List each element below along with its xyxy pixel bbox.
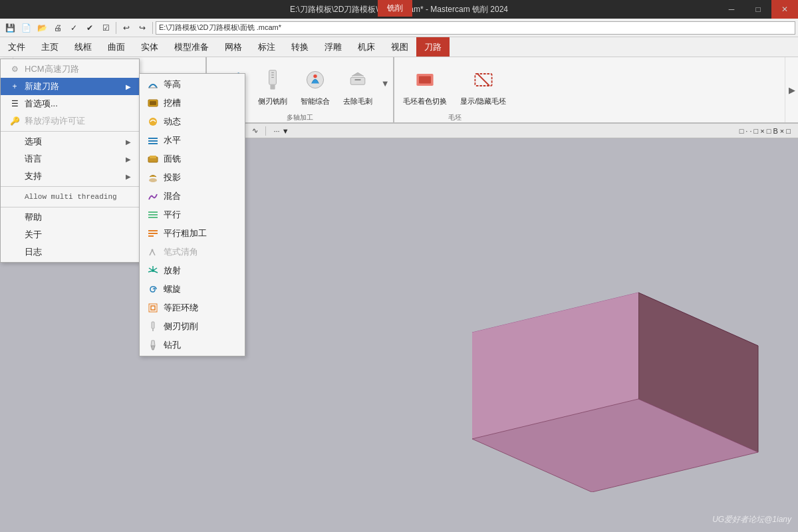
log-icon bbox=[9, 246, 21, 258]
support-arrow: ▶ bbox=[126, 173, 131, 180]
svg-rect-58 bbox=[152, 329, 154, 331]
window-controls: ─ □ ✕ bbox=[718, 0, 798, 19]
active-tab[interactable]: 铣削 bbox=[378, 0, 412, 17]
menu-transform[interactable]: 转换 bbox=[283, 37, 317, 57]
svg-rect-16 bbox=[271, 85, 275, 90]
3d-model-svg bbox=[439, 213, 771, 492]
pm-release-license: 🔑 释放浮动许可证 bbox=[1, 112, 139, 130]
sm-dynamic[interactable]: 动态 bbox=[140, 112, 245, 131]
ribbon-btn-deburr[interactable]: 去除毛刺 bbox=[337, 60, 378, 112]
ribbon-spacer bbox=[515, 57, 785, 122]
print-icon[interactable]: 🖨 bbox=[51, 21, 65, 35]
pm-allow-threading[interactable]: Allow multi threading bbox=[1, 188, 139, 205]
right-controls[interactable]: □ · · □ × □ B × □ bbox=[735, 126, 795, 136]
sm-blend[interactable]: 混合 bbox=[140, 187, 245, 205]
menu-surface[interactable]: 曲面 bbox=[100, 37, 133, 57]
pm-sep2 bbox=[1, 186, 139, 187]
options-icon bbox=[9, 136, 21, 148]
about-icon bbox=[9, 229, 21, 241]
watermark: UG爱好者论坛@1iany bbox=[712, 514, 791, 525]
save-icon[interactable]: 💾 bbox=[3, 21, 17, 35]
more-btn[interactable]: ··· ▼ bbox=[269, 126, 293, 136]
svg-point-35 bbox=[149, 118, 157, 126]
stock-toggle-icon bbox=[469, 65, 498, 94]
section-stock-buttons: 毛坯着色切换 显示/隐藏毛坯 bbox=[397, 57, 512, 112]
close-button[interactable]: ✕ bbox=[771, 0, 798, 19]
sm-pencil-icon bbox=[146, 245, 160, 259]
pm-log[interactable]: 日志 bbox=[1, 243, 139, 261]
sm-drill-icon bbox=[146, 338, 160, 352]
sm-contour[interactable]: 等高 bbox=[140, 75, 245, 94]
check3-icon[interactable]: ☑ bbox=[98, 21, 113, 35]
pm-sep1 bbox=[1, 131, 139, 132]
minimize-button[interactable]: ─ bbox=[718, 0, 745, 19]
license-icon: 🔑 bbox=[9, 115, 21, 127]
menu-home[interactable]: 主页 bbox=[33, 37, 66, 57]
sm-contour-icon bbox=[146, 78, 160, 91]
new-icon[interactable]: 📄 bbox=[19, 21, 33, 35]
sm-spiral[interactable]: 螺旋 bbox=[140, 280, 245, 299]
sm-dynamic-icon bbox=[146, 115, 160, 128]
svg-point-41 bbox=[149, 178, 157, 182]
ribbon-section-stock: 毛坯着色切换 显示/隐藏毛坯 毛坯 bbox=[394, 57, 515, 122]
check2-icon[interactable]: ✔ bbox=[82, 21, 97, 35]
ribbon-multi-more[interactable]: ▼ bbox=[380, 78, 390, 94]
sm-face[interactable]: 面铣 bbox=[140, 150, 245, 168]
section-stock-wrap: 毛坯着色切换 显示/隐藏毛坯 毛坯 bbox=[397, 57, 512, 122]
pm-help[interactable]: 帮助 bbox=[1, 209, 139, 226]
wave-btn[interactable]: ∿ bbox=[247, 125, 263, 136]
redo-icon[interactable]: ↪ bbox=[135, 21, 150, 35]
menu-toolpath[interactable]: 刀路 bbox=[416, 37, 450, 57]
sm-parallel-icon bbox=[146, 208, 160, 221]
sm-drill[interactable]: 钻孔 bbox=[140, 336, 245, 354]
options-arrow: ▶ bbox=[126, 138, 131, 146]
menu-annotation[interactable]: 标注 bbox=[250, 37, 283, 57]
new-toolpath-arrow: ▶ bbox=[126, 83, 131, 90]
ribbon-btn-smart[interactable]: 智能综合 bbox=[295, 60, 336, 112]
open-icon[interactable]: 📂 bbox=[35, 21, 49, 35]
sm-parallel[interactable]: 平行 bbox=[140, 205, 245, 224]
pm-preferences[interactable]: ☰ 首选项... bbox=[1, 95, 139, 112]
support-icon bbox=[9, 170, 21, 182]
svg-rect-55 bbox=[151, 306, 155, 310]
side-mill-icon bbox=[258, 65, 287, 94]
ribbon-btn-sidemill[interactable]: 侧刃铣削 bbox=[252, 60, 293, 112]
pref-icon: ☰ bbox=[9, 98, 21, 110]
title-bar: E:\刀路模板\2D刀路模板\面铣 .mcam* - Mastercam 铣削 … bbox=[0, 0, 798, 19]
pm-sep3 bbox=[1, 207, 139, 207]
menu-engrave[interactable]: 浮雕 bbox=[317, 37, 350, 57]
sm-horizontal-icon bbox=[146, 134, 160, 147]
pm-options[interactable]: 选项 ▶ bbox=[1, 133, 139, 150]
menu-model-prep[interactable]: 模型准备 bbox=[166, 37, 217, 57]
menu-mesh[interactable]: 网格 bbox=[217, 37, 250, 57]
sm-pocket[interactable]: 挖槽 bbox=[140, 94, 245, 112]
sm-horizontal[interactable]: 水平 bbox=[140, 131, 245, 150]
svg-rect-34 bbox=[150, 101, 156, 105]
ribbon-btn-stock-color[interactable]: 毛坯着色切换 bbox=[397, 60, 453, 112]
ribbon-scroll-right[interactable]: ▶ bbox=[785, 57, 798, 122]
pm-support[interactable]: 支持 ▶ bbox=[1, 168, 139, 185]
menu-machine[interactable]: 机床 bbox=[350, 37, 383, 57]
pm-about[interactable]: 关于 bbox=[1, 226, 139, 243]
menu-solid[interactable]: 实体 bbox=[133, 37, 166, 57]
ribbon-btn-stock-toggle[interactable]: 显示/隐藏毛坯 bbox=[454, 60, 512, 112]
pm-new-toolpath[interactable]: + 新建刀路 ▶ bbox=[1, 78, 139, 95]
menu-file[interactable]: 文件 bbox=[0, 37, 33, 57]
maximize-button[interactable]: □ bbox=[745, 0, 771, 19]
sm-radial[interactable]: 放射 bbox=[140, 261, 245, 280]
sm-project[interactable]: 投影 bbox=[140, 168, 245, 187]
menu-view[interactable]: 视图 bbox=[383, 37, 416, 57]
path-input[interactable] bbox=[156, 21, 795, 35]
check-icon[interactable]: ✓ bbox=[66, 21, 81, 35]
svg-rect-25 bbox=[419, 76, 431, 84]
undo-icon[interactable]: ↩ bbox=[119, 21, 134, 35]
menu-wireframe[interactable]: 线框 bbox=[66, 37, 100, 57]
primary-menu: ⚙ HCM高速刀路 + 新建刀路 ▶ ☰ 首选项... 🔑 释放浮动许可证 选项… bbox=[0, 59, 140, 263]
sm-pencil: 笔式清角 bbox=[140, 243, 245, 261]
sm-parallel-rough[interactable]: 平行粗加工 bbox=[140, 224, 245, 243]
pm-language[interactable]: 语言 ▶ bbox=[1, 150, 139, 168]
sm-radial-icon bbox=[146, 264, 160, 277]
sm-equidist[interactable]: 等距环绕 bbox=[140, 299, 245, 317]
sm-side-cut[interactable]: 侧刃切削 bbox=[140, 317, 245, 336]
quick-access-toolbar: 💾 📄 📂 🖨 ✓ ✔ ☑ ↩ ↪ bbox=[0, 19, 798, 37]
